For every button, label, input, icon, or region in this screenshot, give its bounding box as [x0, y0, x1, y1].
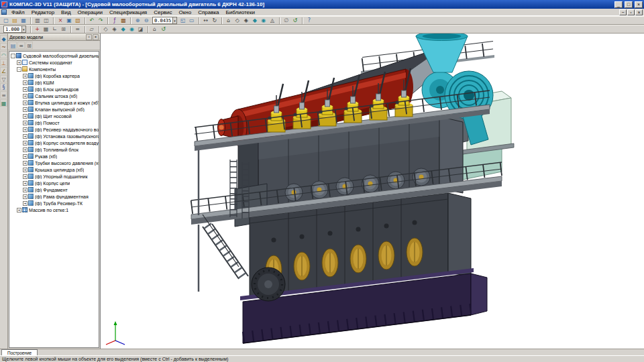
- menu-window[interactable]: Окно: [176, 9, 195, 16]
- expand-icon[interactable]: +: [23, 147, 28, 152]
- hidden-lines-mode-icon[interactable]: ◈: [242, 17, 250, 24]
- expand-icon[interactable]: +: [23, 154, 28, 159]
- menu-operations[interactable]: Операции: [74, 9, 106, 16]
- tab-mode[interactable]: Построение: [1, 349, 38, 355]
- engine-3d-view[interactable]: [101, 34, 644, 349]
- collapse-icon[interactable]: -: [17, 67, 21, 72]
- zoom-in-icon[interactable]: ⊕: [133, 17, 142, 24]
- expand-icon[interactable]: +: [23, 127, 28, 132]
- tree-item[interactable]: +Втулка цилиндра и кожух (хб): [9, 99, 99, 106]
- dropdown-arrow-icon[interactable]: ▾: [21, 26, 25, 32]
- tree-item[interactable]: +(ф) Помост: [9, 119, 99, 126]
- hide-objects-icon[interactable]: ∅: [282, 17, 290, 24]
- model-wireframe-icon[interactable]: ◇: [102, 25, 110, 33]
- rebuild-model-icon[interactable]: ↺: [160, 25, 168, 33]
- mdi-close-button[interactable]: ×: [635, 9, 643, 15]
- menu-specification[interactable]: Спецификация: [106, 9, 150, 16]
- mdi-minimize-button[interactable]: −: [619, 9, 627, 15]
- model-hidden-lines-icon[interactable]: ◈: [111, 25, 119, 33]
- expand-icon[interactable]: +: [23, 121, 28, 125]
- expand-icon[interactable]: +: [17, 60, 21, 65]
- expand-icon[interactable]: +: [23, 201, 28, 206]
- snap-settings-icon[interactable]: ⊞: [60, 25, 68, 33]
- edit-model-icon[interactable]: ◆: [0, 35, 7, 42]
- zoom-area-icon[interactable]: ▭: [188, 17, 196, 24]
- setup-grid-icon[interactable]: ▦: [42, 25, 50, 33]
- elements-arrangement-icon[interactable]: ▦: [0, 99, 7, 107]
- reports-icon[interactable]: ≡: [0, 91, 7, 99]
- tree-item[interactable]: +(ф) Установка газовыпускного колл: [9, 133, 99, 139]
- copy-icon[interactable]: ▣: [65, 17, 73, 24]
- expand-icon[interactable]: +: [17, 208, 21, 213]
- menu-file[interactable]: Файл: [8, 9, 28, 16]
- specification-icon[interactable]: §: [0, 83, 7, 90]
- tree-item[interactable]: +(ф) Корпус цепи: [9, 180, 99, 186]
- expand-icon[interactable]: +: [23, 101, 28, 105]
- library-manager-icon[interactable]: ▩: [119, 17, 127, 24]
- menu-service[interactable]: Сервис: [150, 9, 175, 16]
- pin-icon[interactable]: ▫: [86, 34, 92, 40]
- surfaces-icon[interactable]: ◠: [0, 51, 7, 58]
- menu-help[interactable]: Справка: [195, 9, 222, 16]
- expand-icon[interactable]: +: [23, 188, 28, 192]
- tree-item[interactable]: +Рукав (хб): [9, 153, 99, 160]
- tree-item[interactable]: +(ф) КШМ: [9, 79, 99, 86]
- tree-item[interactable]: +(ф) Труба Ресивер-ТК: [9, 200, 99, 206]
- close-button[interactable]: ×: [635, 1, 643, 8]
- expand-icon[interactable]: +: [23, 94, 28, 99]
- tree-item[interactable]: +(ф) Упорный подшипник: [9, 173, 99, 180]
- expand-icon[interactable]: +: [23, 174, 28, 179]
- cut-icon[interactable]: ×: [56, 17, 64, 24]
- tree-item[interactable]: +(ф) Топливный блок: [9, 146, 99, 153]
- expand-icon[interactable]: +: [23, 114, 28, 119]
- tree-structure-icon[interactable]: ▤: [9, 42, 17, 49]
- tree-item[interactable]: +Системы координат: [9, 59, 99, 66]
- model-section-icon[interactable]: ◪: [137, 25, 145, 33]
- refresh-view-icon[interactable]: ↺: [291, 17, 299, 24]
- measurements-3d-icon[interactable]: ∠: [0, 67, 7, 74]
- zoom-out-icon[interactable]: ⊖: [142, 17, 150, 24]
- tree-item[interactable]: +(ф) Рама фундаментная: [9, 193, 99, 200]
- expand-icon[interactable]: +: [23, 141, 28, 145]
- local-cs-icon[interactable]: +: [34, 25, 42, 33]
- new-document-icon[interactable]: ▢: [2, 17, 10, 24]
- model-shaded-edges-icon[interactable]: ◉: [128, 25, 136, 33]
- auxiliary-geometry-icon[interactable]: ⊥: [0, 59, 7, 66]
- tree-item[interactable]: +(ф) Корпус охладителя воздуха и в: [9, 139, 99, 146]
- save-document-icon[interactable]: ▦: [19, 17, 28, 24]
- zoom-fit-icon[interactable]: ◱: [179, 17, 187, 24]
- filters-icon[interactable]: ▽: [0, 75, 7, 82]
- expand-icon[interactable]: +: [23, 87, 28, 92]
- wireframe-mode-icon[interactable]: ◇: [233, 17, 241, 24]
- shaded-mode-icon[interactable]: ◆: [251, 17, 259, 24]
- tree-composition-icon[interactable]: ≡: [17, 42, 25, 49]
- expand-icon[interactable]: +: [23, 161, 28, 166]
- tree-relations-icon[interactable]: ⊞: [25, 42, 33, 49]
- scale-combo[interactable]: 1.000▾: [3, 25, 26, 33]
- model-viewport[interactable]: [101, 34, 644, 349]
- expand-icon[interactable]: +: [23, 134, 28, 139]
- expand-icon[interactable]: +: [23, 80, 28, 85]
- expand-icon[interactable]: +: [23, 74, 28, 78]
- tree-item[interactable]: +Крышка цилиндра (хб): [9, 166, 99, 173]
- model-shaded-icon[interactable]: ◆: [119, 25, 127, 33]
- tree-item[interactable]: +(ф) Щит носовой: [9, 113, 99, 119]
- menu-editor[interactable]: Редактор: [28, 9, 58, 16]
- layers-icon[interactable]: ≡: [74, 25, 82, 33]
- shaded-edges-mode-icon[interactable]: ◉: [260, 17, 268, 24]
- help-icon[interactable]: ?: [305, 17, 313, 24]
- titlebar[interactable]: КОМПАС-3D V11 (ЗАЩИТА) - [Судовой малооб…: [0, 0, 644, 9]
- expand-icon[interactable]: +: [23, 107, 28, 112]
- tree-item[interactable]: -Судовой малооборотный дизельный двигате: [9, 52, 99, 59]
- expand-icon[interactable]: +: [23, 181, 28, 186]
- menu-libraries[interactable]: Библиотеки: [223, 9, 258, 16]
- minimize-button[interactable]: _: [614, 1, 623, 8]
- tree-item[interactable]: +(ф) Блок цилиндров: [9, 86, 99, 93]
- print-icon[interactable]: ▥: [34, 17, 42, 24]
- model-tree[interactable]: -Судовой малооборотный дизельный двигате…: [9, 51, 99, 348]
- spatial-curves-icon[interactable]: ~: [0, 43, 7, 50]
- tree-item[interactable]: +Массив по сетке:1: [9, 206, 99, 213]
- variables-icon[interactable]: ƒ: [111, 17, 119, 24]
- pan-icon[interactable]: ↔: [202, 17, 210, 24]
- tree-item[interactable]: +Сальник штока (хб): [9, 93, 99, 99]
